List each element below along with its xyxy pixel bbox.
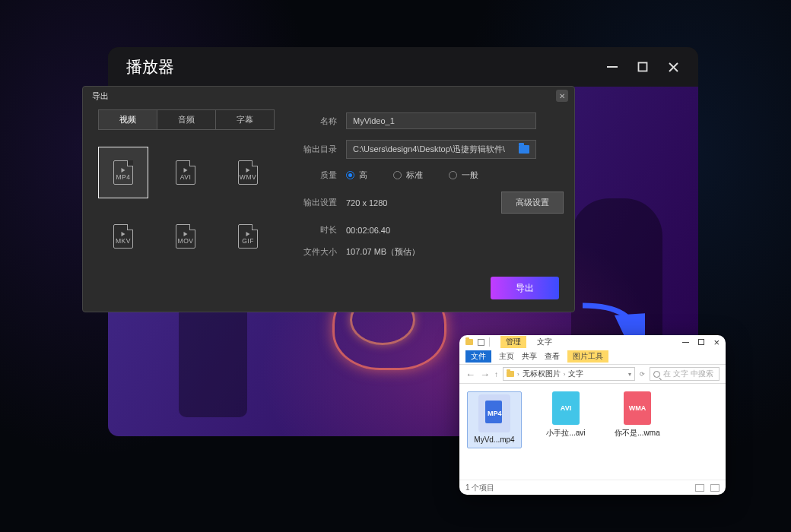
quality-radios: 高 标准 一般 [346, 169, 478, 181]
file-icon: WMA [624, 391, 651, 425]
label-duration: 时长 [297, 224, 337, 236]
explorer-close-button[interactable]: × [713, 337, 720, 347]
refresh-button[interactable]: ⟳ [640, 371, 645, 378]
nav-fwd-button[interactable]: → [480, 369, 490, 380]
view-details-icon[interactable] [695, 484, 704, 492]
format-gif[interactable]: GIF [223, 211, 273, 262]
format-mkv[interactable]: MKV [98, 211, 148, 262]
file-name: 小手拉...avi [538, 428, 593, 439]
export-close-button[interactable]: ✕ [556, 90, 568, 102]
file-name: MyVd...mp4 [467, 435, 522, 444]
explorer-titlebar: 管理 文字 × [459, 335, 726, 349]
label-name: 名称 [297, 116, 337, 127]
explorer-window-controls: × [682, 337, 720, 347]
status-text: 1 个项目 [465, 483, 494, 493]
explorer-maximize-button[interactable] [698, 339, 704, 345]
nav-back-button[interactable]: ← [465, 369, 475, 380]
file-icon: AVI [552, 391, 580, 425]
search-input[interactable]: 在 文字 中搜索 [650, 367, 720, 381]
folder-icon [507, 371, 514, 377]
label-quality: 质量 [297, 169, 337, 181]
search-icon [653, 371, 660, 378]
explorer-navbar: ← → ↑ › 无标权图片 › 文字 ▾ ⟳ 在 文字 中搜索 [459, 364, 726, 384]
maximize-button[interactable] [636, 60, 650, 74]
tab-audio[interactable]: 音频 [157, 110, 216, 129]
resolution-value: 720 x 1280 [346, 198, 387, 207]
export-button[interactable]: 导出 [491, 277, 559, 299]
export-dialog: 导出 ✕ 视频 音频 字幕 MP4 AVI WMV MKV MOV GIF 名称… [82, 86, 575, 312]
output-path-input[interactable]: C:\Users\design4\Desktop\迅捷剪辑软件\ [346, 140, 536, 159]
export-title: 导出 [92, 90, 109, 102]
export-footer: 导出 [83, 277, 574, 312]
folder-icon [465, 339, 473, 345]
format-wmv[interactable]: WMV [223, 147, 273, 198]
tab-home[interactable]: 主页 [499, 351, 514, 362]
quality-standard[interactable]: 标准 [393, 169, 423, 181]
player-window-controls [605, 60, 680, 74]
tab-subtitle[interactable]: 字幕 [216, 110, 274, 129]
close-button[interactable] [666, 60, 680, 74]
file-icon: GIF [238, 224, 258, 249]
file-item[interactable]: AVI 小手拉...avi [538, 391, 593, 439]
address-bar[interactable]: › 无标权图片 › 文字 ▾ [503, 367, 635, 381]
player-titlebar: 播放器 [108, 47, 698, 87]
file-icon: WMV [238, 160, 258, 185]
minimize-button[interactable] [605, 60, 619, 74]
tab-picture-tools[interactable]: 图片工具 [567, 350, 608, 363]
file-name: 你不是...wma [610, 428, 665, 439]
file-icon: MP4 [478, 394, 510, 432]
file-icon: MP4 [113, 160, 133, 185]
export-right: 名称 MyVideo_1 输出目录 C:\Users\design4\Deskt… [290, 109, 564, 269]
filesize-value: 107.07 MB（预估） [346, 246, 420, 258]
svg-rect-1 [639, 63, 647, 71]
quality-normal[interactable]: 一般 [449, 169, 478, 181]
export-tabs: 视频 音频 字幕 [98, 109, 275, 130]
player-title: 播放器 [126, 56, 605, 78]
window-title: 文字 [537, 337, 552, 347]
quickaccess-icon [478, 339, 484, 346]
browse-folder-icon[interactable] [519, 145, 529, 154]
name-input[interactable]: MyVideo_1 [346, 112, 536, 129]
label-output-setting: 输出设置 [297, 197, 337, 208]
tab-video[interactable]: 视频 [99, 110, 157, 129]
format-grid: MP4 AVI WMV MKV MOV GIF [98, 147, 290, 262]
format-mov[interactable]: MOV [160, 211, 211, 262]
advanced-settings-button[interactable]: 高级设置 [501, 192, 564, 214]
export-titlebar: 导出 ✕ [83, 87, 574, 105]
ribbon-tabs: 文件 主页 共享 查看 图片工具 [459, 349, 726, 364]
view-toggle [695, 484, 720, 492]
format-avi[interactable]: AVI [160, 147, 211, 198]
duration-value: 00:02:06.40 [346, 226, 390, 235]
tab-manage[interactable]: 管理 [500, 336, 526, 348]
tab-share[interactable]: 共享 [522, 351, 537, 362]
view-thumbs-icon[interactable] [710, 484, 720, 492]
tab-file[interactable]: 文件 [465, 350, 491, 363]
export-left: 视频 音频 字幕 MP4 AVI WMV MKV MOV GIF [98, 109, 290, 269]
label-filesize: 文件大小 [297, 246, 337, 258]
quality-high[interactable]: 高 [346, 169, 367, 181]
format-mp4[interactable]: MP4 [98, 147, 148, 198]
file-icon: MOV [176, 224, 195, 249]
file-icon: AVI [176, 160, 195, 185]
file-item[interactable]: WMA 你不是...wma [610, 391, 665, 439]
label-output-dir: 输出目录 [297, 144, 337, 155]
ribbon-contextual: 管理 文字 [494, 336, 552, 348]
file-item[interactable]: MP4 MyVd...mp4 [467, 391, 522, 448]
explorer-statusbar: 1 个项目 [459, 480, 726, 495]
export-body: 视频 音频 字幕 MP4 AVI WMV MKV MOV GIF 名称 MyVi… [83, 105, 574, 277]
tab-view[interactable]: 查看 [545, 351, 560, 362]
explorer-minimize-button[interactable] [682, 342, 689, 343]
nav-up-button[interactable]: ↑ [494, 370, 498, 378]
explorer-window: 管理 文字 × 文件 主页 共享 查看 图片工具 ← → ↑ › 无标权图片 ›… [459, 335, 726, 495]
chevron-down-icon[interactable]: ▾ [628, 371, 631, 378]
file-icon: MKV [113, 224, 133, 249]
explorer-files: MP4 MyVd...mp4 AVI 小手拉...avi WMA 你不是...w… [459, 384, 726, 480]
